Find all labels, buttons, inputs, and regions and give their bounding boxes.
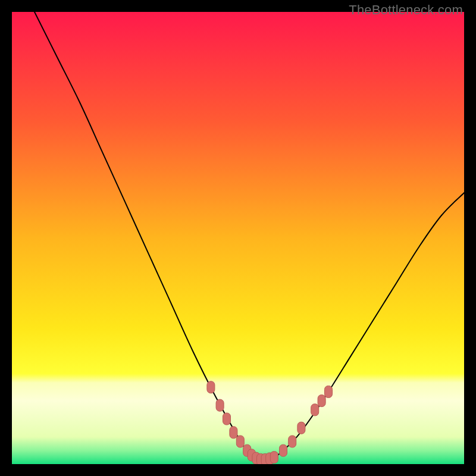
data-marker xyxy=(230,427,237,439)
data-marker xyxy=(325,386,333,397)
data-marker xyxy=(298,422,305,434)
data-marker xyxy=(280,444,287,456)
data-marker xyxy=(318,395,325,407)
plot-area xyxy=(12,12,464,464)
data-marker xyxy=(289,436,296,447)
chart-container: TheBottleneck.com xyxy=(0,0,476,476)
data-marker xyxy=(223,413,231,425)
data-marker xyxy=(236,436,244,447)
data-marker xyxy=(216,399,224,411)
data-marker xyxy=(270,452,278,464)
watermark-text: TheBottleneck.com xyxy=(349,2,463,18)
curve-left-branch xyxy=(35,12,265,459)
data-marker xyxy=(311,404,319,416)
curve-right-branch xyxy=(265,193,464,459)
data-marker xyxy=(207,381,215,393)
curve-layer xyxy=(12,12,464,464)
